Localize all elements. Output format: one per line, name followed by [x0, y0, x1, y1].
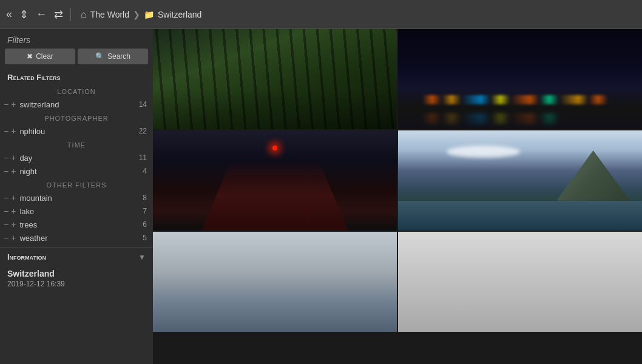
red-light-decoration [272, 146, 277, 150]
filter-night-count: 4 [143, 167, 147, 175]
filter-row-nphilou[interactable]: − + nphilou 22 [0, 124, 153, 138]
plus-trees[interactable]: + [11, 220, 16, 229]
filter-nphilou-label: nphilou [19, 127, 138, 136]
filter-nphilou-count: 22 [139, 127, 147, 135]
related-filters-title: Related Filters [0, 69, 153, 84]
filter-switzerland-count: 14 [139, 100, 147, 109]
plus-night[interactable]: + [11, 166, 16, 176]
breadcrumb: ⌂ The World ❯ 📁 Switzerland [81, 9, 201, 20]
time-section-label: TIME [0, 138, 153, 151]
minus-weather[interactable]: − [4, 233, 8, 243]
topbar: « ⇕ ← ⇄ ⌂ The World ❯ 📁 Switzerland [0, 0, 642, 29]
main-content: Filters ✖ Clear 🔍 Search Related Filters… [0, 29, 642, 364]
info-place-name: Switzerland [7, 269, 146, 278]
photo-mountain-lake[interactable] [398, 130, 642, 231]
lake-water [398, 201, 642, 231]
information-header[interactable]: Information ▼ [0, 248, 153, 266]
chevron-down-icon: ▼ [138, 253, 146, 261]
filter-day-label: day [19, 153, 138, 163]
plus-weather[interactable]: + [11, 233, 16, 243]
city-lights-decoration [422, 95, 618, 104]
folder-icon: 📁 [144, 10, 154, 19]
breadcrumb-separator: ❯ [133, 10, 140, 19]
information-title: Information [7, 252, 46, 261]
information-section: Information ▼ Switzerland 2019-12-12 16:… [0, 247, 153, 293]
pier-structure [201, 161, 348, 231]
plus-nphilou[interactable]: + [11, 126, 16, 136]
city-reflection-decoration [422, 113, 618, 124]
minus-nphilou[interactable]: − [4, 126, 8, 136]
collapse-icon[interactable]: « [6, 8, 12, 21]
filter-trees-label: trees [19, 220, 143, 229]
filter-row-night[interactable]: − + night 4 [0, 164, 153, 178]
photographer-section-label: PHOTOGRAPHER [0, 111, 153, 124]
topbar-icons: « ⇕ ← ⇄ [6, 8, 71, 21]
photo-misty[interactable] [153, 232, 397, 332]
filter-lake-count: 7 [143, 207, 147, 215]
plus-switzerland[interactable]: + [11, 99, 16, 109]
info-date: 2019-12-12 16:39 [7, 280, 146, 288]
filter-mountain-count: 8 [143, 194, 147, 202]
sidebar: Filters ✖ Clear 🔍 Search Related Filters… [0, 29, 153, 364]
photo-forest[interactable] [153, 29, 397, 129]
photo-pier[interactable] [153, 130, 397, 231]
location-section-label: LOCATION [0, 84, 153, 98]
minus-lake[interactable]: − [4, 206, 8, 216]
cloud-decoration [447, 146, 520, 158]
filter-row-trees[interactable]: − + trees 6 [0, 218, 153, 231]
mountain-shape [556, 150, 630, 201]
filter-weather-label: weather [19, 234, 143, 243]
filter-day-count: 11 [139, 153, 147, 162]
back-icon[interactable]: ← [36, 8, 47, 21]
filter-buttons: ✖ Clear 🔍 Search [0, 49, 153, 69]
breadcrumb-location[interactable]: Switzerland [158, 10, 201, 19]
filter-row-weather[interactable]: − + weather 5 [0, 231, 153, 244]
minus-mountain[interactable]: − [4, 193, 8, 203]
other-filters-section-label: OTHER FILTERS [0, 178, 153, 191]
photo-grid [153, 29, 642, 364]
plus-mountain[interactable]: + [11, 193, 16, 203]
information-content: Switzerland 2019-12-12 16:39 [0, 266, 153, 293]
sort-icon[interactable]: ⇕ [19, 8, 29, 21]
filter-row-day[interactable]: − + day 11 [0, 151, 153, 164]
home-icon: ⌂ [81, 9, 87, 20]
export-icon[interactable]: ⇄ [54, 8, 63, 21]
filter-night-label: night [19, 167, 143, 176]
photo-foggy[interactable] [398, 232, 642, 332]
minus-switzerland[interactable]: − [4, 99, 8, 109]
filter-row-switzerland[interactable]: − + switzerland 14 [0, 98, 153, 111]
filter-lake-label: lake [19, 207, 143, 216]
filter-weather-count: 5 [143, 234, 147, 242]
minus-trees[interactable]: − [4, 220, 8, 229]
plus-day[interactable]: + [11, 153, 16, 163]
plus-lake[interactable]: + [11, 206, 16, 216]
minus-day[interactable]: − [4, 153, 8, 163]
clear-button[interactable]: ✖ Clear [5, 49, 75, 64]
filters-label: Filters [7, 35, 30, 45]
filter-row-mountain[interactable]: − + mountain 8 [0, 191, 153, 204]
search-button[interactable]: 🔍 Search [78, 49, 148, 64]
filters-header: Filters [0, 29, 153, 49]
minus-night[interactable]: − [4, 166, 8, 176]
filter-row-lake[interactable]: − + lake 7 [0, 204, 153, 218]
search-icon: 🔍 [95, 52, 104, 61]
clear-icon: ✖ [27, 52, 33, 61]
filter-switzerland-label: switzerland [19, 100, 138, 109]
filter-mountain-label: mountain [19, 194, 143, 203]
filter-trees-count: 6 [143, 220, 147, 229]
photo-city-night[interactable] [398, 29, 642, 129]
breadcrumb-world[interactable]: The World [90, 10, 129, 19]
